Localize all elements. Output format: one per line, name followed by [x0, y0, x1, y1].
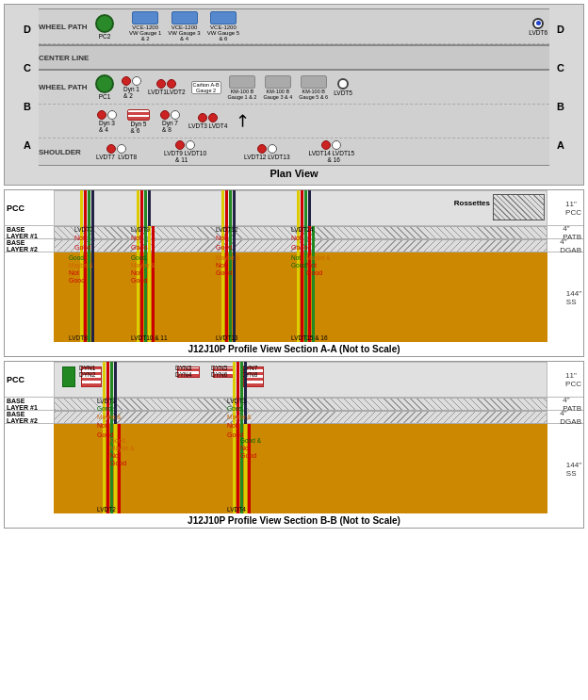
plan-row-a: Dyn 3& 4 Dyn 5& 6: [39, 105, 549, 138]
base1-left-label: BASELAYER #1: [5, 226, 54, 239]
carlton-ab: Carlton A-BGauge 2: [191, 81, 221, 94]
lvdt12-13: LVDT12 LVDT13: [244, 144, 290, 160]
bb-dgab-layer: [54, 411, 547, 424]
lvdt7-8: LVDT7 LVDT8: [96, 144, 137, 160]
km100b-3-box: [265, 75, 291, 89]
vce1200-5: VCE-1200VW Gauge 5& 6: [207, 11, 239, 41]
lvdt15-outline: [332, 140, 341, 150]
lvdt13-status: Maybe &NotGood: [216, 254, 240, 278]
pcc-label: PCC: [7, 203, 24, 213]
letter-a-right: A: [557, 139, 564, 151]
bb-dim-ss-text: 144"SS: [566, 461, 581, 478]
plan-left-letters: D C B A: [24, 8, 31, 166]
lvdt12-red: [257, 144, 267, 154]
row-a-content: Dyn 3& 4 Dyn 5& 6: [39, 109, 549, 134]
letter-c-left: C: [24, 62, 31, 73]
bb-dyn3-label: DYN3DYN4: [175, 365, 191, 378]
dyn1-2-circles: [122, 76, 141, 86]
lvdt12-13-label: LVDT12 LVDT13: [244, 154, 290, 160]
profile-aa-container: PCC BASELAYER #1 BASELAYER #2: [4, 189, 584, 357]
km100b-1-label: KM-100 BGauge 1 & 2: [228, 89, 257, 100]
lvdt1-2-circles: [156, 79, 176, 89]
bb-dim-dgab: 4"DGAB: [547, 411, 583, 424]
dyn7-red: [160, 110, 170, 120]
letter-a-left: A: [24, 139, 31, 151]
lvdt1-red: [156, 79, 166, 89]
bb-base2-label: BASELAYER #2: [7, 411, 38, 424]
lvdt8-status: Good,Maybe &NotGood: [69, 254, 93, 285]
bb-base1-label: BASELAYER #1: [7, 398, 38, 411]
pc1-circle: [95, 74, 114, 93]
plan-view: D C B A D C B A WHEEL PATH PC2: [4, 4, 584, 186]
dyn5-box: [127, 109, 150, 121]
dyn5-6-label: Dyn 5& 6: [131, 121, 147, 134]
row-shoulder-tag: SHOULDER: [39, 148, 90, 156]
lvdt7-8-circles: [106, 144, 126, 154]
profile-bb-left: PCC BASELAYER #1 BASELAYER #2: [5, 362, 54, 513]
bb-base1-left: BASELAYER #1: [5, 398, 54, 411]
lvdt10-bot-label: LVDT10 & 11: [131, 334, 168, 341]
pc1-sensor: PC1: [95, 74, 114, 100]
main-container: D C B A D C B A WHEEL PATH PC2: [0, 0, 588, 536]
letter-d-right: D: [557, 24, 564, 35]
bb-pcc-left: PCC: [5, 362, 54, 398]
lvdt2-status: Good,Maybe &NotGood: [110, 437, 135, 467]
lvdt4-red: [208, 113, 218, 122]
lvdt6-dot: [536, 21, 541, 25]
dyn7-8: Dyn 7& 8: [160, 110, 180, 133]
letter-b-right: B: [557, 101, 564, 112]
dyn3-4-label: Dyn 3& 4: [99, 120, 115, 133]
base2-left-label: BASELAYER #2: [5, 239, 54, 252]
dim-ss-text: 144"SS: [566, 289, 581, 306]
pc2-circle: [95, 14, 114, 33]
bb-dim-pcc: 11"PCC: [547, 362, 583, 398]
row-d-content: WHEEL PATH PC2 VCE-1200VW Gauge 1& 2: [39, 11, 549, 41]
lvdt7-top-label: LVDT7NotGood: [74, 226, 93, 252]
profile-aa-left: PCC BASELAYER #1 BASELAYER #2: [5, 190, 54, 342]
lvdt3-4-label: LVDT3 LVDT4: [188, 122, 227, 129]
dyn4-outline: [107, 110, 117, 120]
lvdt6-circle: [532, 18, 544, 29]
vce1200-3-box: [172, 11, 198, 24]
lvdt15-status: Maybe &NotGood: [306, 254, 331, 278]
lvdt7-red: [106, 144, 116, 154]
lvdt2-bot-label: LVDT2: [97, 506, 116, 513]
base2-label: BASELAYER #2: [7, 239, 38, 252]
lvdt14-top-label: LVDT14NotGood: [291, 226, 313, 252]
plan-right-letters: D C B A: [557, 8, 564, 166]
profile-aa-main: Rossettes LVDT7NotGood: [54, 190, 547, 342]
lvdt1-2-label: LVDT1LVDT2: [148, 89, 186, 95]
dyn3-red: [97, 110, 106, 120]
dyn1-2-label: Dyn 1& 2: [123, 86, 139, 99]
lvdt10-status: Good,Maybe &NotGood: [131, 254, 155, 285]
dyn5-6: Dyn 5& 6: [127, 109, 150, 134]
profile-aa-title: J12J10P Profile View Section A-A (Not to…: [5, 342, 583, 356]
carlton-text: Carlton A-BGauge 2: [192, 82, 219, 93]
profile-aa-dims: 11"PCC 4"PATB 4"DGAB 144"SS: [547, 190, 583, 342]
row-b-tag: WHEEL PATH: [39, 83, 90, 91]
row-b-content: WHEEL PATH PC1 Dyn 1& 2: [39, 74, 549, 100]
row-shoulder-content: SHOULDER LVDT7 LVDT8: [39, 140, 549, 163]
bb-ss-left: [5, 424, 54, 513]
lvdt9-10-label: LVDT9 LVDT10& 11: [164, 150, 206, 163]
plan-title: Plan View: [24, 168, 564, 179]
lvdt6-sensor: LVDT6: [529, 18, 547, 36]
lvdt4-bot-label: LVDT4: [227, 506, 246, 513]
lvdt14-status: NotGood: [291, 254, 306, 269]
lvdt3-red: [198, 113, 207, 122]
lvdt12-13-circles: [257, 144, 277, 154]
lvdt10-outline: [186, 140, 195, 150]
profile-bb-container: PCC BASELAYER #1 BASELAYER #2: [4, 361, 584, 529]
dyn5-6-box-group: [127, 109, 150, 121]
lvdt3-4-circles: [198, 113, 218, 122]
row-d-tag: WHEEL PATH: [39, 23, 90, 31]
lvdt1-2: LVDT1LVDT2: [148, 79, 186, 95]
lvdt14-15-label: LVDT14 LVDT15& 16: [309, 150, 355, 163]
bb-dim-pcc-text: 11"PCC: [565, 371, 581, 388]
plan-row-b: WHEEL PATH PC1 Dyn 1& 2: [39, 71, 549, 105]
lvdt4-status: Good &NotGood: [240, 437, 261, 461]
km100b-5-6: KM-100 BGauge 5 & 6: [299, 75, 328, 100]
lvdt8-bot-label: LVDT8: [69, 334, 88, 341]
letter-b-left: B: [24, 101, 31, 112]
vce1200-3: VCE-1200VW Gauge 3& 4: [168, 11, 200, 41]
